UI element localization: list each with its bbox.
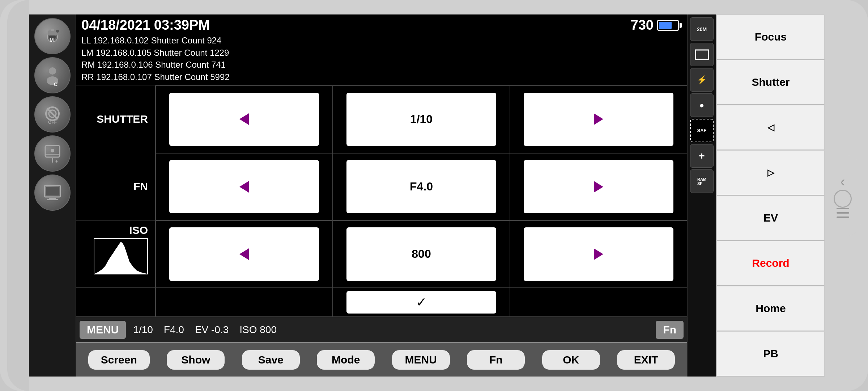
home-hardware-button[interactable]: [834, 190, 852, 208]
flash-icon[interactable]: ⚡: [690, 68, 714, 92]
menu-hardware-button[interactable]: [837, 208, 849, 218]
menu-status-button[interactable]: MENU: [80, 321, 126, 339]
status-info: 1/10 F4.0 EV -0.3 ISO 800: [133, 324, 648, 336]
aspect-icon[interactable]: [690, 43, 714, 66]
iso-area: ISO: [76, 220, 156, 288]
mode-button[interactable]: Mode: [317, 350, 375, 370]
svg-rect-23: [695, 50, 709, 59]
network-line-1: LL 192.168.0.102 Shutter Count 924: [81, 34, 682, 47]
battery-level: 730: [631, 17, 654, 33]
network-line-2: LM 192.168.0.105 Shutter Count 1229: [81, 47, 682, 59]
ram-icon[interactable]: RAMSF: [690, 169, 714, 193]
svg-text:M: M: [50, 37, 54, 43]
fn-decrease-button[interactable]: [169, 160, 319, 213]
fn-left-cell: [156, 153, 333, 220]
iso-value-cell: 800: [333, 220, 510, 288]
record-button[interactable]: Record: [717, 241, 825, 286]
top-info-bar: 04/18/2021 03:39PM 730 LL 192.168.0.102 …: [76, 14, 687, 85]
iso-value-display: 800: [346, 227, 497, 281]
network-info: LL 192.168.0.102 Shutter Count 924 LM 19…: [81, 34, 682, 83]
plus-icon[interactable]: +: [690, 144, 714, 168]
display-svg: [42, 182, 63, 203]
right-panel: Focus Shutter ◁ ▷ EV Record Home PB: [716, 14, 825, 377]
left-sidebar: M C OFF: [29, 14, 76, 377]
check-button[interactable]: ✓: [346, 291, 497, 314]
check-empty-right: [510, 288, 687, 317]
histogram-svg: [94, 239, 147, 274]
fn-label: FN: [76, 153, 156, 220]
fn-status-button[interactable]: Fn: [656, 321, 684, 339]
ok-button[interactable]: OK: [542, 350, 600, 370]
fn-left-arrow-icon: [239, 181, 249, 193]
exit-button[interactable]: EXIT: [617, 350, 675, 370]
fn-increase-button[interactable]: [524, 160, 674, 213]
back-chevron-icon[interactable]: ‹: [840, 173, 845, 190]
check-empty-mid: [156, 288, 333, 317]
dot-icon[interactable]: ●: [690, 93, 714, 117]
screen-container: M C OFF: [29, 14, 825, 377]
ev-button[interactable]: EV: [717, 196, 825, 241]
svg-rect-20: [47, 199, 58, 200]
fn-right-cell: [510, 153, 687, 220]
datetime-display: 04/18/2021 03:39PM: [81, 17, 210, 33]
person-icon[interactable]: C: [34, 57, 71, 93]
svg-rect-2: [48, 30, 57, 35]
svg-point-15: [51, 149, 54, 152]
shutter-value-cell: 1/10: [333, 85, 510, 153]
status-bar: MENU 1/10 F4.0 EV -0.3 ISO 800 Fn: [76, 317, 687, 342]
camera-grid: SHUTTER 1/10 FN: [76, 85, 687, 317]
left-arrow-button[interactable]: ◁: [717, 105, 825, 150]
shutter-decrease-button[interactable]: [169, 93, 319, 146]
status-ev: EV -0.3: [195, 324, 229, 336]
camera-svg: M: [42, 25, 63, 47]
main-content: 04/18/2021 03:39PM 730 LL 192.168.0.102 …: [76, 14, 687, 377]
shutter-label: SHUTTER: [76, 85, 156, 153]
phone-right-chrome: ‹: [825, 155, 861, 236]
shutter-increase-button[interactable]: [524, 93, 674, 146]
status-shutter: 1/10: [133, 324, 153, 336]
phone-left-edge: [7, 0, 29, 391]
display-icon[interactable]: [34, 175, 71, 211]
status-fn: F4.0: [164, 324, 184, 336]
person-svg: C: [42, 64, 63, 86]
svg-rect-19: [49, 198, 56, 199]
iso-decrease-button[interactable]: [169, 227, 319, 281]
bottom-buttons-bar: Screen Show Save Mode MENU Fn OK EXIT: [76, 342, 687, 377]
focus-button[interactable]: Focus: [717, 14, 825, 60]
resolution-icon[interactable]: 20M: [690, 17, 714, 41]
pb-button[interactable]: PB: [717, 331, 825, 377]
svg-rect-18: [46, 187, 59, 196]
histogram-box: [94, 238, 148, 274]
save-button[interactable]: Save: [242, 350, 300, 370]
status-iso: ISO 800: [239, 324, 277, 336]
saf-icon[interactable]: SAF: [690, 119, 714, 142]
network-line-4: RR 192.168.0.107 Shutter Count 5992: [81, 71, 682, 83]
shutter-off-icon[interactable]: OFF: [34, 96, 71, 133]
screen-button[interactable]: Screen: [88, 350, 150, 370]
iso-right-cell: [510, 220, 687, 288]
fn-button[interactable]: Fn: [467, 350, 525, 370]
right-icons-strip: 20M ⚡ ● SAF + RAMSF: [687, 14, 716, 377]
menu-button[interactable]: MENU: [392, 350, 450, 370]
fn-value-display: F4.0: [346, 160, 497, 213]
svg-text:C: C: [54, 81, 58, 86]
shutter-button[interactable]: Shutter: [717, 60, 825, 105]
home-button[interactable]: Home: [717, 286, 825, 331]
battery-icon: [657, 20, 682, 31]
iso-left-arrow-icon: [239, 248, 249, 260]
aspect-svg: [695, 49, 709, 60]
show-button[interactable]: Show: [167, 350, 225, 370]
svg-text:OFF: OFF: [48, 120, 57, 125]
check-empty-left: [76, 288, 156, 317]
shutter-off-svg: OFF: [42, 104, 63, 125]
network-line-3: RM 192.168.0.106 Shutter Count 741: [81, 59, 682, 71]
camera-mode-icon[interactable]: M: [34, 18, 71, 54]
iso-right-arrow-icon: [594, 248, 603, 260]
iso-increase-button[interactable]: [524, 227, 674, 281]
iso-left-cell: [156, 220, 333, 288]
shutter-right-arrow-icon: [594, 113, 603, 125]
touch-icon[interactable]: +: [34, 135, 71, 172]
shutter-left-arrow-icon: [239, 113, 249, 125]
fn-value-cell: F4.0: [333, 153, 510, 220]
right-arrow-button[interactable]: ▷: [717, 150, 825, 196]
